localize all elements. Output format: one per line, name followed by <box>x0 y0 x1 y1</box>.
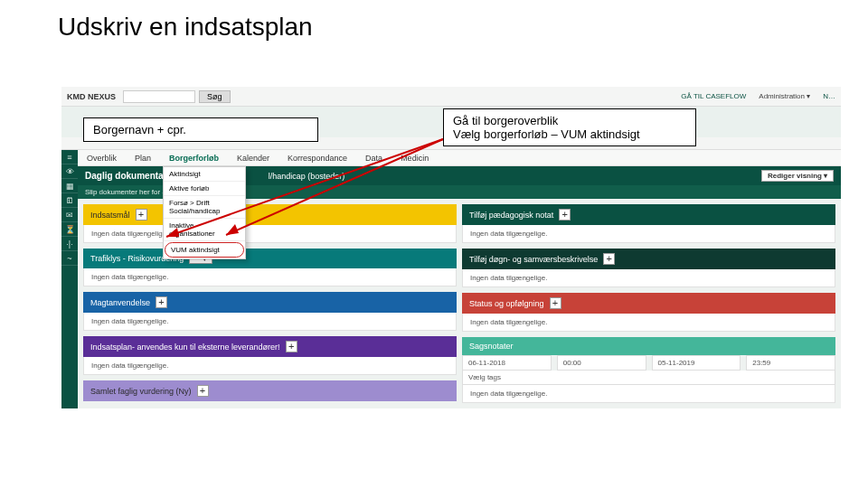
sidebar-icon[interactable]: ≡ <box>61 150 78 164</box>
logo: KMD NEXUS <box>67 92 116 101</box>
sidebar-icon[interactable]: 🗓 <box>61 193 78 208</box>
tags-field[interactable]: Vælg tags <box>462 371 835 385</box>
card-body: Ingen data tilgængelige. <box>83 313 457 331</box>
sidebar-icon[interactable]: ·|· <box>61 237 78 251</box>
card-body: Ingen data tilgængelige. <box>462 269 835 287</box>
card-sagsnotater[interactable]: Sagsnotater <box>462 337 835 355</box>
user-menu[interactable]: N… <box>823 92 835 100</box>
callout-left: Borgernavn + cpr. <box>83 117 318 142</box>
sidebar-icon[interactable]: ▦ <box>61 179 78 193</box>
sidebar-icon[interactable]: ✉ <box>61 208 78 222</box>
svg-line-2 <box>166 139 443 237</box>
chevron-down-icon: ▾ <box>824 172 827 180</box>
time-from[interactable]: 00:00 <box>557 355 646 371</box>
search-input[interactable] <box>123 90 195 103</box>
card-title: Samlet faglig vurdering (Ny) <box>90 387 192 396</box>
card-paed[interactable]: Tilføj pædagogisk notat + <box>462 204 835 225</box>
edit-view-label: Rediger visning <box>768 172 822 180</box>
card-magt[interactable]: Magtanvendelse + <box>83 292 457 313</box>
edit-view-button[interactable]: Rediger visning ▾ <box>761 170 834 182</box>
sidebar: ≡ 👁 ▦ 🗓 ✉ ⏳ ·|· ~ <box>61 150 78 408</box>
page-header-title: Daglig dokumenta <box>85 171 164 181</box>
sidebar-icon[interactable]: 👁 <box>61 164 78 179</box>
caseflow-link[interactable]: GÅ TIL CASEFLOW <box>681 92 746 100</box>
card-title: Indsatsmål <box>90 211 130 220</box>
plus-icon[interactable]: + <box>550 297 561 309</box>
admin-menu[interactable]: Administration ▾ <box>759 92 810 100</box>
slide-title: Udskriv en indsatsplan <box>0 0 868 51</box>
card-title: Tilføj pædagogisk notat <box>469 211 553 220</box>
tab-overblik[interactable]: Overblik <box>78 152 126 164</box>
svg-marker-3 <box>166 228 179 237</box>
search-button[interactable]: Søg <box>199 90 231 103</box>
card-samlet[interactable]: Samlet faglig vurdering (Ny) + <box>83 380 457 401</box>
plus-icon[interactable]: + <box>197 385 209 397</box>
card-title: Magtanvendelse <box>90 298 150 307</box>
tab-plan[interactable]: Plan <box>126 152 160 164</box>
sidebar-icon[interactable]: ~ <box>61 251 78 266</box>
card-status[interactable]: Status og opfølgning + <box>462 293 835 314</box>
callout-right-line1: Gå til borgeroverblik <box>453 114 686 127</box>
card-body: Ingen data tilgængelige. <box>83 357 457 375</box>
card-dogn[interactable]: Tilføj døgn- og samværsbeskrivelse + <box>462 249 835 269</box>
card-body: Ingen data tilgængelige. <box>462 314 835 332</box>
card-title: Sagsnotater <box>469 342 514 351</box>
time-to[interactable]: 23:59 <box>746 355 835 371</box>
card-title: Status og opfølgning <box>469 299 544 308</box>
callout-right: Gå til borgeroverblik Vælg borgerforløb … <box>443 108 696 146</box>
plus-icon[interactable]: + <box>559 209 571 221</box>
callout-right-line2: Vælg borgerforløb – VUM aktindsigt <box>453 127 686 141</box>
card-indsatsplan[interactable]: Indsatsplan- anvendes kun til eksterne l… <box>83 336 457 357</box>
plus-icon[interactable]: + <box>136 209 147 221</box>
card-trafiklys[interactable]: Trafiklys - Risikovurdering -- ▾ <box>83 249 457 268</box>
plus-icon[interactable]: + <box>603 253 615 265</box>
card-title: Tilføj døgn- og samværsbeskrivelse <box>469 255 598 264</box>
card-body: Ingen data tilgængelige. <box>462 225 835 243</box>
plus-icon[interactable]: + <box>286 341 297 352</box>
card-body: Ingen data tilgængelige. <box>83 268 457 286</box>
date-from[interactable]: 06-11-2018 <box>462 355 552 371</box>
card-body: Ingen data tilgængelige. <box>462 385 835 403</box>
topbar: KMD NEXUS Søg GÅ TIL CASEFLOW Administra… <box>61 87 841 107</box>
dropdown-vum[interactable]: VUM aktindsigt <box>165 242 244 258</box>
card-title: Indsatsplan- anvendes kun til eksterne l… <box>90 343 280 352</box>
sidebar-icon[interactable]: ⏳ <box>61 222 78 237</box>
plus-icon[interactable]: + <box>156 296 167 308</box>
date-to[interactable]: 05-11-2019 <box>652 355 741 371</box>
